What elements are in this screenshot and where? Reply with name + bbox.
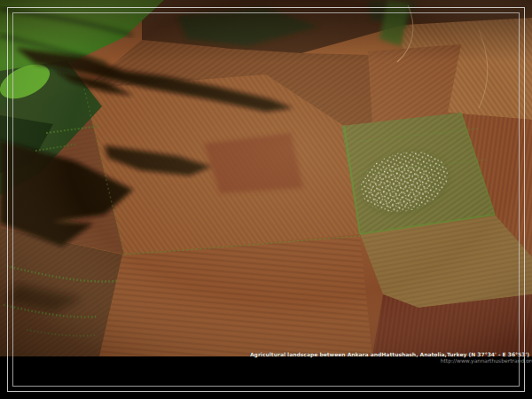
terrain-illustration [0,0,532,356]
wallpaper-canvas: Agricultural landscape between Ankara an… [0,0,532,399]
caption-title: Agricultural landscape between Ankara an… [250,351,529,357]
vignette [0,0,532,356]
photo-caption: Agricultural landscape between Ankara an… [250,351,529,364]
aerial-photo [0,0,532,356]
caption-url: http://www.yannarthusbertrand.org [250,357,532,364]
